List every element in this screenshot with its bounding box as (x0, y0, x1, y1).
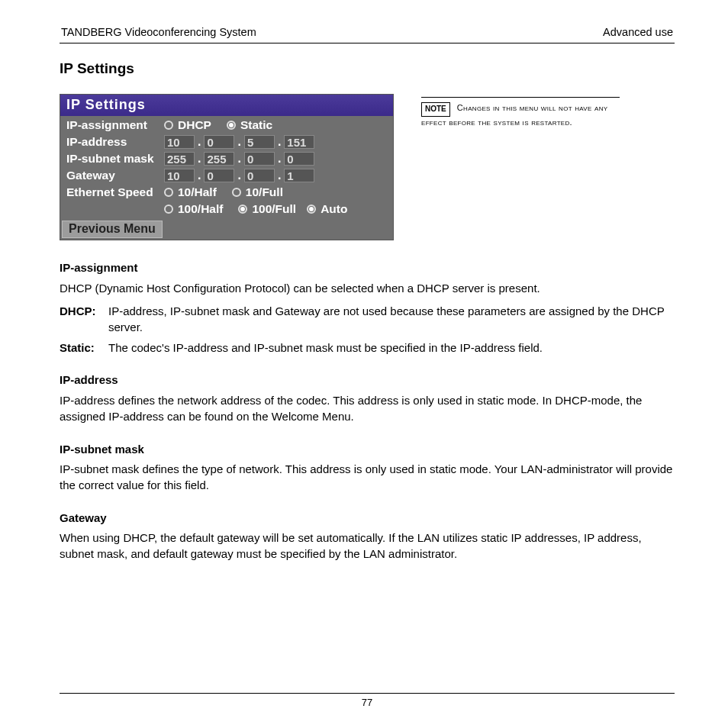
radio-100-half[interactable]: 100/Half (164, 202, 223, 216)
radio-dhcp[interactable]: DHCP (164, 118, 211, 132)
label-ethernet-speed: Ethernet Speed (65, 185, 164, 199)
heading-gateway: Gateway (60, 511, 675, 527)
radio-auto[interactable]: Auto (307, 202, 347, 216)
radio-10-half[interactable]: 10/Half (164, 185, 217, 199)
previous-menu-button[interactable]: Previous Menu (62, 221, 163, 238)
radio-10-half-label: 10/Half (178, 185, 217, 199)
page-number: 77 (362, 697, 372, 708)
dot-icon: . (275, 135, 284, 149)
panel-title: IP Settings (60, 95, 393, 116)
radio-static[interactable]: Static (227, 118, 272, 132)
page-title: IP Settings (60, 60, 675, 77)
radio-100-half-label: 100/Half (178, 202, 223, 216)
text-ip-assignment-intro: DHCP (Dynamic Host Configuration Protoco… (60, 281, 675, 297)
subnet-octet-2[interactable]: 255 (204, 152, 234, 166)
heading-ip-subnet: IP-subnet mask (60, 442, 675, 458)
row-ip-address: IP-address 10 . 0 . 5 . 151 (65, 134, 390, 150)
note-tag: NOTE (421, 102, 450, 117)
gateway-octet-1[interactable]: 10 (164, 169, 195, 182)
ip-address-octet-1[interactable]: 10 (164, 135, 195, 149)
radio-static-label: Static (240, 118, 272, 132)
text-gateway: When using DHCP, the default gateway wil… (60, 530, 675, 562)
dot-icon: . (234, 169, 243, 182)
heading-ip-assignment: IP-assignment (60, 260, 675, 276)
row-ip-assignment: IP-assignment DHCP Static (65, 117, 390, 134)
text-dhcp: IP-address, IP-subnet mask and Gateway a… (108, 304, 675, 335)
ip-address-octet-3[interactable]: 5 (244, 135, 275, 149)
radio-100-full[interactable]: 100/Full (238, 202, 296, 216)
ip-address-octet-2[interactable]: 0 (204, 135, 234, 149)
page-footer: 77 (60, 693, 675, 708)
dot-icon: . (195, 152, 204, 166)
term-static: Static: (60, 340, 108, 356)
heading-ip-address: IP-address (60, 372, 675, 388)
dot-icon: . (275, 152, 284, 166)
dot-icon: . (234, 135, 243, 149)
radio-icon (164, 205, 173, 214)
dot-icon: . (275, 169, 284, 182)
row-ip-subnet: IP-subnet mask 255 . 255 . 0 . 0 (65, 150, 390, 167)
radio-10-full[interactable]: 10/Full (232, 185, 283, 199)
text-ip-address: IP-address defines the network address o… (60, 393, 675, 424)
radio-icon (164, 121, 173, 130)
radio-icon (307, 205, 316, 214)
def-dhcp: DHCP: IP-address, IP-subnet mask and Gat… (60, 304, 675, 335)
text-ip-subnet: IP-subnet mask defines the type of netwo… (60, 462, 675, 493)
gateway-octet-4[interactable]: 1 (284, 169, 314, 182)
gateway-octet-2[interactable]: 0 (204, 169, 234, 182)
radio-10-full-label: 10/Full (246, 185, 283, 199)
subnet-octet-3[interactable]: 0 (244, 152, 275, 166)
radio-icon (232, 188, 241, 197)
header-rule (60, 43, 675, 43)
text-static: The codec's IP-address and IP-subnet mas… (108, 340, 675, 356)
label-gateway: Gateway (65, 169, 164, 182)
note-block: NOTE Changes in this menu will not have … (421, 97, 620, 128)
page-header: TANDBERG Videoconferencing System Advanc… (60, 26, 675, 43)
subnet-octet-1[interactable]: 255 (164, 152, 195, 166)
row-ethernet-speed-2: . 100/Half 100/Full Auto (65, 201, 390, 217)
gateway-octet-3[interactable]: 0 (244, 169, 275, 182)
radio-icon (238, 205, 247, 214)
radio-auto-label: Auto (321, 202, 347, 216)
row-gateway: Gateway 10 . 0 . 0 . 1 (65, 167, 390, 184)
header-left: TANDBERG Videoconferencing System (61, 26, 256, 38)
label-ip-subnet: IP-subnet mask (65, 152, 164, 166)
ip-settings-panel: IP Settings IP-assignment DHCP Static (60, 94, 394, 240)
dot-icon: . (234, 152, 243, 166)
radio-icon (227, 121, 236, 130)
radio-icon (164, 188, 173, 197)
radio-100-full-label: 100/Full (252, 202, 296, 216)
label-ip-assignment: IP-assignment (65, 118, 164, 132)
ip-address-octet-4[interactable]: 151 (284, 135, 314, 149)
term-dhcp: DHCP: (60, 304, 108, 335)
radio-dhcp-label: DHCP (178, 118, 211, 132)
document-body: IP-assignment DHCP (Dynamic Host Configu… (60, 260, 675, 562)
label-ip-address: IP-address (65, 135, 164, 149)
dot-icon: . (195, 135, 204, 149)
subnet-octet-4[interactable]: 0 (284, 152, 314, 166)
dot-icon: . (195, 169, 204, 182)
def-static: Static: The codec's IP-address and IP-su… (60, 340, 675, 356)
row-ethernet-speed-1: Ethernet Speed 10/Half 10/Full (65, 184, 390, 201)
header-right: Advanced use (603, 26, 673, 38)
